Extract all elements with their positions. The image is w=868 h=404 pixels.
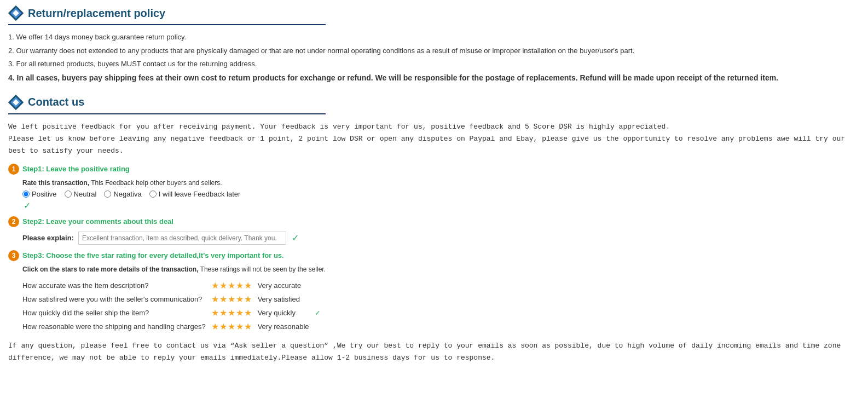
rating-label-2: Very quickly xyxy=(258,306,315,320)
bottom-text: If any question, please feel free to con… xyxy=(8,340,860,364)
radio-neutral-input[interactable] xyxy=(65,191,72,198)
radio-negativa-label: Negativa xyxy=(113,190,141,198)
rating-label-3: Very reasonable xyxy=(258,320,315,333)
radio-neutral-label: Neutral xyxy=(74,190,97,198)
contact-text-block: We left positive feedback for you after … xyxy=(8,121,860,157)
rating-stars-1[interactable]: ★★★★★ xyxy=(211,292,258,306)
rating-row: How accurate was the Item description? ★… xyxy=(22,279,326,292)
rating-question-3: How reasonable were the shipping and han… xyxy=(22,320,211,333)
rating-stars-0[interactable]: ★★★★★ xyxy=(211,279,258,292)
contact-header: Contact us xyxy=(8,95,860,110)
step3-header: 3 Step3: Choose the five star rating for… xyxy=(8,250,860,261)
rating-question-1: How satisfired were you with the seller'… xyxy=(22,292,211,306)
contact-paragraph1: We left positive feedback for you after … xyxy=(8,121,860,133)
contact-paragraph2: Please let us know before leaving any ne… xyxy=(8,133,860,157)
rating-row: How reasonable were the shipping and han… xyxy=(22,320,326,333)
contact-title: Contact us xyxy=(28,96,84,108)
step2-title: Step2: Leave your comments about this de… xyxy=(22,217,173,226)
return-policy-item-3: 3. For all returned products, buyers MUS… xyxy=(8,59,860,70)
step2-header: 2 Step2: Leave your comments about this … xyxy=(8,216,860,227)
step2-content: Please explain: ✓ xyxy=(22,232,860,245)
radio-positive-label: Positive xyxy=(32,190,57,198)
return-policy-item-1: 1. We offer 14 days money back guarantee… xyxy=(8,32,860,43)
step3-subtitle: Click on the stars to rate more details … xyxy=(22,266,860,273)
rating-label-0: Very accurate xyxy=(258,279,315,292)
radio-later-input[interactable] xyxy=(149,191,157,198)
contact-diamond-icon xyxy=(8,95,24,110)
ratings-table: How accurate was the Item description? ★… xyxy=(22,279,326,333)
step2-label: Please explain: xyxy=(22,234,74,242)
rating-row: How satisfired were you with the seller'… xyxy=(22,292,326,306)
diamond-icon xyxy=(8,5,24,21)
radio-later-label: I will leave Feedback later xyxy=(159,190,241,198)
radio-positive-input[interactable] xyxy=(22,191,30,198)
rating-stars-3[interactable]: ★★★★★ xyxy=(211,320,258,333)
rate-label: Rate this transaction, This Feedback hel… xyxy=(22,179,860,187)
return-policy-title: Return/replacement policy xyxy=(28,7,165,20)
step2-number: 2 xyxy=(8,216,19,227)
radio-later[interactable]: I will leave Feedback later xyxy=(149,190,241,198)
step2-input[interactable] xyxy=(78,232,286,245)
rating-check-2: ✓ xyxy=(315,306,326,320)
contact-section: Contact us We left positive feedback for… xyxy=(8,95,860,364)
radio-neutral[interactable]: Neutral xyxy=(65,190,97,198)
radio-negativa-input[interactable] xyxy=(104,191,111,198)
step1-header: 1 Step1: Leave the positive rating xyxy=(8,164,860,175)
return-policy-section: Return/replacement policy 1. We offer 14… xyxy=(8,5,860,84)
step3-content: Click on the stars to rate more details … xyxy=(22,266,860,333)
step1-number: 1 xyxy=(8,164,19,175)
rating-question-0: How accurate was the Item description? xyxy=(22,279,211,292)
rating-question-2: How quickly did the seller ship the item… xyxy=(22,306,211,320)
radio-positive[interactable]: Positive xyxy=(22,190,57,198)
rating-row: How quickly did the seller ship the item… xyxy=(22,306,326,320)
rating-stars-2[interactable]: ★★★★★ xyxy=(211,306,258,320)
step1-title: Step1: Leave the positive rating xyxy=(22,165,130,173)
step1-content: Rate this transaction, This Feedback hel… xyxy=(22,179,860,211)
radio-negativa[interactable]: Negativa xyxy=(104,190,141,198)
step2-container: 2 Step2: Leave your comments about this … xyxy=(8,216,860,245)
step3-title: Step3: Choose the five star rating for e… xyxy=(22,251,284,259)
radio-group: Positive Neutral Negativa I will leave F… xyxy=(22,190,860,198)
return-policy-header: Return/replacement policy xyxy=(8,5,860,21)
contact-divider xyxy=(8,113,326,114)
return-policy-item-2: 2. Our warranty does not extended to any… xyxy=(8,45,860,56)
step3-number: 3 xyxy=(8,250,19,261)
rating-label-1: Very satisfied xyxy=(258,292,315,306)
return-policy-divider xyxy=(8,24,326,25)
step1-container: 1 Step1: Leave the positive rating Rate … xyxy=(8,164,860,211)
step1-checkmark: ✓ xyxy=(24,201,31,210)
return-policy-item-4: 4. In all cases, buyers pay shipping fee… xyxy=(8,72,860,84)
step3-container: 3 Step3: Choose the five star rating for… xyxy=(8,250,860,333)
step2-checkmark: ✓ xyxy=(292,233,299,243)
